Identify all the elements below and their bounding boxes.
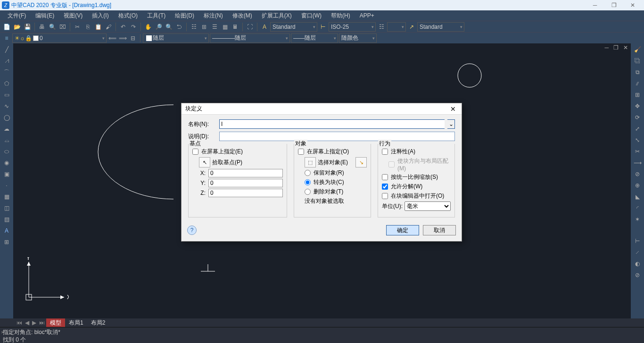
menu-item[interactable]: 窗口(W) bbox=[297, 11, 326, 21]
redo-icon[interactable]: ↷ bbox=[129, 22, 138, 32]
publish-icon[interactable]: ⌧ bbox=[58, 22, 67, 32]
layer-mgr-icon[interactable]: ≡ bbox=[2, 33, 11, 43]
menu-item[interactable]: 扩展工具(X) bbox=[257, 11, 297, 21]
join-icon[interactable]: ⊕ bbox=[632, 180, 643, 191]
menu-item[interactable]: 格式(O) bbox=[114, 11, 142, 21]
menu-item[interactable]: 视图(V) bbox=[59, 11, 87, 21]
zoom-win-icon[interactable]: 🔍 bbox=[164, 22, 173, 32]
rotate-icon[interactable]: ⟳ bbox=[632, 112, 643, 123]
dim-radius-icon[interactable]: ◐ bbox=[632, 259, 643, 269]
layer-iso-icon[interactable]: ⊟ bbox=[128, 33, 138, 43]
donut-icon[interactable]: ◉ bbox=[1, 158, 12, 168]
print-icon[interactable]: 🖶 bbox=[37, 22, 47, 32]
convert-radio[interactable] bbox=[305, 179, 311, 185]
help-button[interactable]: ? bbox=[187, 226, 197, 235]
spline-icon[interactable]: ∿ bbox=[1, 101, 12, 111]
dimstyle-dropdown[interactable]: ISO-25 bbox=[329, 22, 376, 32]
tab-layout1[interactable]: 布局1 bbox=[65, 318, 87, 327]
obj-onscreen-checkbox[interactable] bbox=[298, 149, 304, 155]
dimstyle-icon[interactable]: ⊢ bbox=[318, 22, 328, 32]
menu-item[interactable]: 绘图(D) bbox=[170, 11, 199, 21]
cancel-button[interactable]: 取消 bbox=[423, 225, 456, 235]
textstyle-icon[interactable]: A bbox=[260, 22, 269, 32]
erase-icon[interactable]: 🧹 bbox=[632, 44, 643, 55]
plotstyle-dropdown[interactable]: 随颜色 bbox=[339, 33, 377, 43]
line-icon[interactable]: ╱ bbox=[1, 44, 12, 55]
openeditor-checkbox[interactable] bbox=[382, 193, 388, 199]
base-onscreen-checkbox[interactable] bbox=[192, 149, 198, 155]
chamfer-icon[interactable]: ◣ bbox=[632, 192, 643, 202]
pick-basepoint-button[interactable]: ↖ bbox=[199, 157, 210, 167]
sheet-icon[interactable]: ▦ bbox=[220, 22, 230, 32]
menu-item[interactable]: 修改(M) bbox=[228, 11, 257, 21]
close-window-button[interactable]: ✕ bbox=[623, 0, 642, 10]
fillet-icon[interactable]: ◜ bbox=[632, 203, 643, 213]
tab-first-icon[interactable]: ⏮ bbox=[15, 319, 24, 326]
zoom-rt-icon[interactable]: 🔎 bbox=[154, 22, 163, 32]
base-y-input[interactable] bbox=[208, 179, 283, 187]
dim-aligned-icon[interactable]: ⟋ bbox=[632, 247, 643, 258]
annotative-checkbox[interactable] bbox=[382, 149, 388, 155]
rect-icon[interactable]: ▭ bbox=[1, 90, 12, 100]
grid-icon[interactable]: ⊞ bbox=[1, 237, 12, 247]
textstyle-dropdown[interactable]: Standard bbox=[270, 22, 317, 32]
revcloud-icon[interactable]: ☁ bbox=[1, 124, 12, 134]
matchprop-icon[interactable]: 🖌 bbox=[104, 22, 113, 32]
mirror-icon[interactable]: ⧉ bbox=[632, 67, 643, 77]
layer-prev-icon[interactable]: ⟸ bbox=[107, 33, 117, 43]
stretch-icon[interactable]: ⤡ bbox=[632, 135, 643, 145]
mleaderstyle-dropdown[interactable]: Standard bbox=[417, 22, 464, 32]
linetype-dropdown[interactable]: ———— 随层 bbox=[210, 33, 290, 43]
text-icon[interactable]: A bbox=[1, 226, 12, 236]
scale-icon[interactable]: ⤢ bbox=[632, 124, 643, 134]
explode-icon[interactable]: ✶ bbox=[632, 214, 643, 225]
tablestyle-dropdown[interactable] bbox=[387, 22, 406, 32]
cut-icon[interactable]: ✂ bbox=[73, 22, 82, 32]
table-icon[interactable]: ▤ bbox=[1, 214, 12, 225]
preview-icon[interactable]: 🔍 bbox=[48, 22, 57, 32]
circle-icon[interactable]: ◯ bbox=[1, 112, 12, 123]
region-icon[interactable]: ◫ bbox=[1, 203, 12, 213]
move-icon[interactable]: ✥ bbox=[632, 101, 643, 111]
block-name-input[interactable] bbox=[219, 119, 445, 129]
hatch-icon[interactable]: ▦ bbox=[1, 192, 12, 202]
cleanscreen-icon[interactable]: ⛶ bbox=[245, 22, 255, 32]
command-window[interactable]: × 指定对角点: bloc*取消* 找到 0 个 选择对象: *取消* 命令: … bbox=[0, 327, 644, 343]
open-icon[interactable]: 📂 bbox=[12, 22, 22, 32]
copy-obj-icon[interactable]: ⿻ bbox=[632, 56, 643, 66]
ellipse-arc-icon[interactable]: ⌓ bbox=[1, 135, 12, 145]
extend-icon[interactable]: ⟶ bbox=[632, 158, 643, 168]
arc-icon[interactable]: ⌒ bbox=[1, 67, 12, 77]
polyline-icon[interactable]: ⩘ bbox=[1, 56, 12, 66]
color-dropdown[interactable]: 随层 bbox=[143, 33, 209, 43]
menu-item[interactable]: 工具(T) bbox=[142, 11, 170, 21]
tablestyle-icon[interactable]: ☷ bbox=[377, 22, 386, 32]
array-icon[interactable]: ⊞ bbox=[632, 90, 643, 100]
calc-icon[interactable]: 🖩 bbox=[231, 22, 240, 32]
minimize-button[interactable]: ─ bbox=[586, 0, 604, 10]
break-icon[interactable]: ⊘ bbox=[632, 169, 643, 179]
dialog-close-button[interactable]: ✕ bbox=[448, 105, 458, 113]
explode-checkbox[interactable] bbox=[382, 184, 388, 190]
select-objects-button[interactable]: ⬚ bbox=[305, 157, 316, 167]
menu-item[interactable]: 编辑(E) bbox=[31, 11, 59, 21]
retain-radio[interactable] bbox=[305, 170, 311, 176]
new-icon[interactable]: 📄 bbox=[2, 22, 11, 32]
menu-item[interactable]: APP+ bbox=[355, 11, 379, 20]
base-x-input[interactable] bbox=[208, 169, 283, 177]
menu-item[interactable]: 插入(I) bbox=[87, 11, 113, 21]
unit-select[interactable]: 毫米 bbox=[405, 201, 451, 211]
undo-icon[interactable]: ↶ bbox=[118, 22, 128, 32]
pan-icon[interactable]: ✋ bbox=[143, 22, 153, 32]
block-desc-input[interactable] bbox=[219, 132, 455, 141]
tab-prev-icon[interactable]: ◀ bbox=[24, 319, 31, 326]
dim-linear-icon[interactable]: ⊢ bbox=[632, 236, 643, 246]
tab-layout2[interactable]: 布局2 bbox=[87, 318, 109, 327]
paste-icon[interactable]: 📋 bbox=[93, 22, 103, 32]
polygon-icon[interactable]: ⬠ bbox=[1, 78, 12, 89]
uniformscale-checkbox[interactable] bbox=[382, 174, 388, 180]
quickselect-button[interactable]: ↘ bbox=[355, 157, 367, 167]
toolpalette-icon[interactable]: ☰ bbox=[210, 22, 219, 32]
tab-model[interactable]: 模型 bbox=[46, 318, 65, 327]
layer-dropdown[interactable]: ☀☼🔒 0 bbox=[12, 33, 107, 43]
